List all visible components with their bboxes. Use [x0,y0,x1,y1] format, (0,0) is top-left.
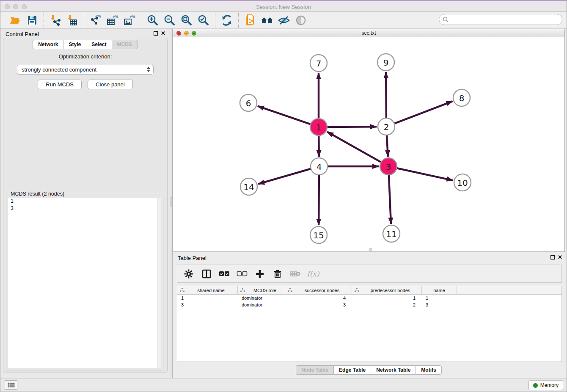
select-stepper-icon [147,67,150,72]
criterion-select[interactable]: strongly connected component [17,65,154,75]
memory-button[interactable]: Memory [528,380,563,390]
column-header-shared-name[interactable]: shared name [177,286,238,294]
run-mcds-button[interactable]: Run MCDS [38,80,82,89]
network-close-button[interactable]: ✕ [176,31,181,36]
export-table-icon[interactable] [105,14,120,27]
add-row-icon[interactable] [254,268,265,279]
optimization-criterion-label: Optimization criterion: [3,53,167,60]
preview-disabled-icon[interactable] [294,14,308,27]
table-panel-float-icon[interactable] [550,255,555,259]
open-session-icon[interactable] [8,14,22,27]
edge-2-3[interactable] [387,134,388,157]
memory-label: Memory [540,382,559,388]
edge-4-15[interactable] [319,174,319,225]
tab-mcds[interactable]: MCDS [112,40,138,49]
cell-MCDS-role[interactable]: dominator [238,295,285,301]
edge-3-11[interactable] [389,174,391,224]
export-network-icon[interactable] [88,14,103,27]
zoom-fit-icon[interactable] [179,14,194,27]
node-label-14: 14 [243,182,254,192]
delete-column-disabled-icon[interactable] [290,268,301,279]
cell-shared-name[interactable]: 1 [177,295,238,301]
cell-name[interactable]: 1 [422,295,457,301]
column-header-MCDS-role[interactable]: MCDS role [238,286,285,294]
cell-shared-name[interactable]: 3 [177,301,238,308]
cell-successor-nodes[interactable]: 3 [285,301,352,308]
node-label-8: 8 [459,93,465,103]
import-network-icon[interactable] [48,14,63,27]
save-session-icon[interactable] [25,14,39,27]
network-maximize-button[interactable]: + [192,31,196,36]
zoom-selected-icon[interactable] [196,14,211,27]
network-window: ✕ − + scc.txt 7968124314101511 [173,29,565,252]
search-input[interactable] [451,17,559,22]
zoom-out-icon[interactable] [162,14,177,27]
tab-edge-table[interactable]: Edge Table [333,365,371,375]
control-panel: Control Panel ✕ NetworkStyleSelectMCDS O… [0,29,170,378]
control-panel-float-icon[interactable] [154,31,158,36]
tab-style[interactable]: Style [63,40,86,49]
gear-icon[interactable] [183,268,194,279]
node-label-4: 4 [317,162,322,172]
cell-name[interactable]: 3 [422,301,457,308]
mcds-result-group: MCDS result (2 nodes) 13 [6,194,163,370]
title-bar: Session: New Session [0,0,567,12]
table-row[interactable]: 1dominator411 [177,295,561,301]
table-toolbar: f(x) [177,265,562,283]
network-minimize-button[interactable]: − [184,31,189,36]
column-header-name[interactable]: name [422,286,457,294]
export-image-icon[interactable] [122,14,137,27]
refresh-icon[interactable] [220,14,234,27]
delete-row-icon[interactable] [272,268,283,279]
select-all-icon[interactable] [219,268,230,279]
node-label-2: 2 [384,122,389,132]
network-canvas[interactable]: 7968124314101511 [173,38,564,251]
close-panel-button[interactable]: Close panel [88,80,133,89]
tab-select[interactable]: Select [86,40,111,49]
table-panel-close-icon[interactable]: ✕ [558,255,562,260]
column-header-predecessor-nodes[interactable]: predecessor nodes [352,286,422,294]
edge-1-4[interactable] [319,135,319,157]
control-panel-close-icon[interactable]: ✕ [161,31,165,36]
edge-4-14[interactable] [258,168,312,184]
canvas-resize-grip-icon[interactable] [369,248,372,251]
table-body: 1dominator4113dominator323 [177,295,561,308]
tab-motifs[interactable]: Motifs [416,365,441,375]
duplicate-network-icon[interactable] [243,14,257,27]
zoom-in-icon[interactable] [146,14,160,27]
tab-network-table[interactable]: Network Table [371,365,416,375]
home-icon[interactable] [260,14,274,27]
function-builder-disabled-icon[interactable]: f(x) [308,268,319,279]
mcds-pane: Optimization criterion: strongly connect… [3,38,168,373]
search-field[interactable] [439,14,562,25]
import-table-icon[interactable] [65,14,80,27]
edge-3-10[interactable] [396,168,453,180]
panel-splitter[interactable] [170,29,173,378]
hide-visual-icon[interactable] [277,14,291,27]
cell-predecessor-nodes[interactable]: 2 [352,301,422,308]
cell-successor-nodes[interactable]: 4 [285,295,352,301]
deselect-all-icon[interactable] [237,268,248,279]
task-history-button[interactable] [5,380,17,390]
columns-icon[interactable] [201,268,212,279]
column-header-successor-nodes[interactable]: successor nodes [285,286,352,294]
cell-MCDS-role[interactable]: dominator [238,301,285,308]
control-panel-tabs: NetworkStyleSelectMCDS [0,40,170,49]
tab-node-table[interactable]: Node Table [296,365,333,375]
node-label-11: 11 [386,229,396,239]
node-label-15: 15 [313,230,324,240]
tab-network[interactable]: Network [33,40,63,49]
edge-3-1[interactable] [327,132,382,163]
edge-2-9[interactable] [386,72,386,119]
edge-1-6[interactable] [258,106,311,124]
main-toolbar [0,12,567,29]
node-label-7: 7 [316,58,322,69]
table-header-row: shared nameMCDS rolesuccessor nodesprede… [177,286,561,295]
result-scrollbar[interactable] [157,198,161,368]
mcds-result-list[interactable]: 13 [8,198,161,368]
search-icon [443,17,449,23]
edge-2-8[interactable] [394,101,453,124]
edge-1-2[interactable] [326,127,377,127]
cell-predecessor-nodes[interactable]: 1 [352,295,422,301]
table-row[interactable]: 3dominator323 [177,301,561,308]
